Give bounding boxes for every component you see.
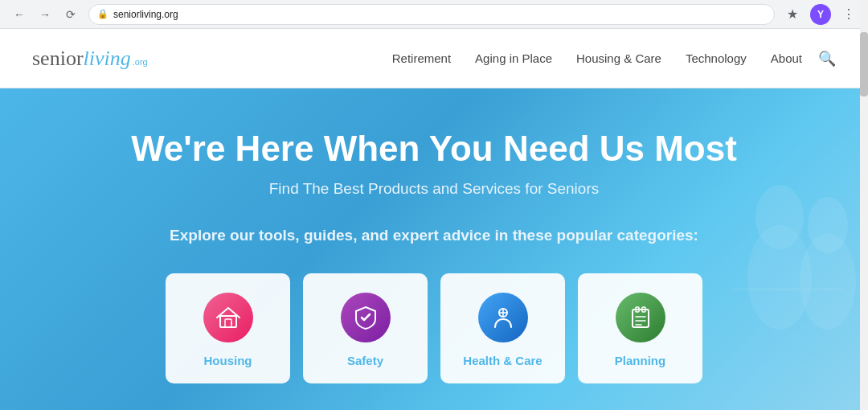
planning-icon-circle	[616, 293, 665, 342]
category-safety[interactable]: Safety	[303, 273, 428, 383]
explore-text: Explore our tools, guides, and expert ad…	[32, 227, 836, 244]
svg-point-7	[231, 322, 232, 324]
browser-menu-button[interactable]: ⋮	[837, 3, 860, 26]
health-label: Health & Care	[463, 354, 542, 367]
browser-nav-buttons: ← → ⟳	[8, 3, 82, 26]
bookmark-button[interactable]: ★	[781, 3, 804, 26]
site-logo[interactable]: seniorliving.org	[32, 47, 148, 71]
svg-rect-5	[220, 316, 236, 327]
url-text: seniorliving.org	[113, 9, 178, 20]
svg-rect-6	[225, 319, 231, 327]
category-housing[interactable]: Housing	[166, 273, 290, 383]
category-planning[interactable]: Planning	[578, 273, 702, 383]
scrollbar-thumb[interactable]	[860, 32, 868, 96]
category-health[interactable]: Health & Care	[440, 273, 565, 383]
safety-icon-circle	[341, 293, 391, 342]
health-icon-circle	[478, 293, 528, 342]
housing-icon-circle	[203, 293, 253, 342]
hero-headline: We're Here When You Need Us Most	[32, 129, 836, 169]
safety-label: Safety	[347, 354, 383, 367]
forward-button[interactable]: →	[34, 3, 56, 26]
logo-senior: senior	[32, 47, 84, 71]
nav-about[interactable]: About	[771, 51, 802, 65]
nav-housing-care[interactable]: Housing & Care	[576, 51, 661, 65]
site-nav: seniorliving.org Retirement Aging in Pla…	[0, 29, 868, 88]
nav-aging-in-place[interactable]: Aging in Place	[475, 51, 552, 65]
address-bar[interactable]: 🔒 seniorliving.org	[88, 4, 775, 25]
back-button[interactable]: ←	[8, 3, 31, 26]
refresh-button[interactable]: ⟳	[59, 3, 82, 26]
scrollbar[interactable]	[860, 0, 868, 410]
hero-subheadline: Find The Best Products and Services for …	[32, 180, 836, 198]
nav-retirement[interactable]: Retirement	[392, 51, 451, 65]
lock-icon: 🔒	[97, 9, 108, 19]
categories-grid: Housing Safety Health & C	[32, 273, 836, 383]
housing-label: Housing	[204, 354, 252, 367]
planning-label: Planning	[615, 354, 665, 367]
logo-org: .org	[133, 57, 148, 67]
logo-living: living	[84, 47, 131, 71]
hero-section: We're Here When You Need Us Most Find Th…	[0, 88, 868, 410]
browser-chrome: ← → ⟳ 🔒 seniorliving.org ★ Y ⋮	[0, 0, 868, 29]
nav-links: Retirement Aging in Place Housing & Care…	[392, 51, 802, 66]
profile-button[interactable]: Y	[810, 4, 831, 25]
search-icon[interactable]: 🔍	[818, 50, 836, 68]
nav-technology[interactable]: Technology	[686, 51, 747, 65]
